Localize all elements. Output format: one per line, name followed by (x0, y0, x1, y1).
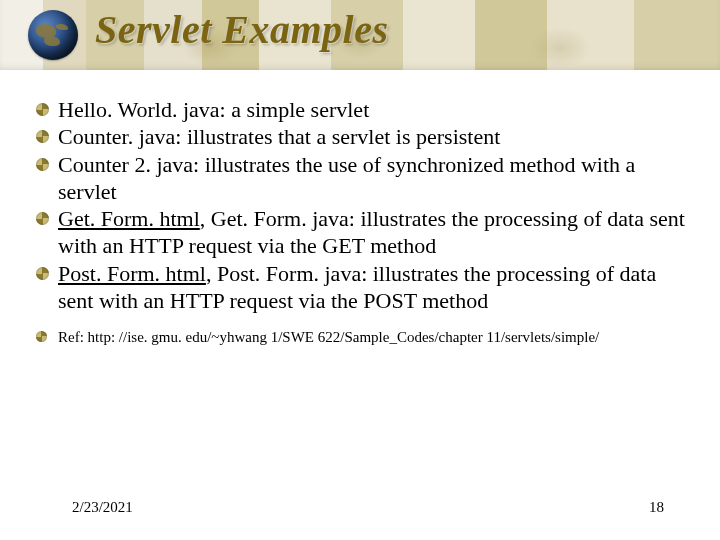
reference-text: Ref: http: //ise. gmu. edu/~yhwang 1/SWE… (58, 329, 599, 345)
bullet-item: Post. Form. html, Post. Form. java: illu… (36, 260, 692, 315)
bullet-text: Counter. java: illustrates that a servle… (58, 124, 500, 149)
bullet-text: Counter 2. java: illustrates the use of … (58, 152, 635, 204)
bullet-list: Hello. World. java: a simple servlet Cou… (36, 96, 692, 314)
bullet-item: Hello. World. java: a simple servlet (36, 96, 692, 123)
globe-icon (28, 10, 78, 60)
bullet-item: Counter. java: illustrates that a servle… (36, 123, 692, 150)
footer-date: 2/23/2021 (72, 499, 133, 516)
bullet-link: Get. Form. html (58, 206, 200, 231)
reference-line: Ref: http: //ise. gmu. edu/~yhwang 1/SWE… (36, 328, 692, 348)
bullet-text: Hello. World. java: a simple servlet (58, 97, 369, 122)
slide-title: Servlet Examples (95, 6, 389, 53)
title-band: Servlet Examples (0, 0, 720, 70)
footer-page-number: 18 (649, 499, 664, 516)
slide-footer: 2/23/2021 18 (0, 496, 720, 516)
slide-body: Hello. World. java: a simple servlet Cou… (36, 96, 692, 348)
bullet-item: Counter 2. java: illustrates the use of … (36, 151, 692, 206)
bullet-link: Post. Form. html (58, 261, 206, 286)
bullet-item: Get. Form. html, Get. Form. java: illust… (36, 205, 692, 260)
slide: Servlet Examples Hello. World. java: a s… (0, 0, 720, 540)
